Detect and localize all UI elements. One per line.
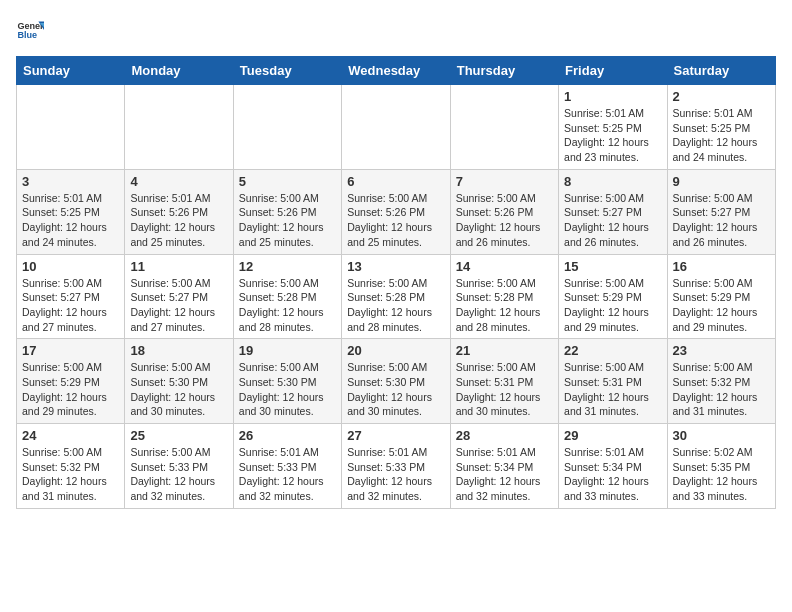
weekday-header-cell: Monday	[125, 57, 233, 85]
calendar-day-cell: 10Sunrise: 5:00 AM Sunset: 5:27 PM Dayli…	[17, 254, 125, 339]
calendar-day-cell: 24Sunrise: 5:00 AM Sunset: 5:32 PM Dayli…	[17, 424, 125, 509]
calendar-week-row: 3Sunrise: 5:01 AM Sunset: 5:25 PM Daylig…	[17, 169, 776, 254]
day-info: Sunrise: 5:00 AM Sunset: 5:26 PM Dayligh…	[347, 191, 444, 250]
calendar-day-cell: 18Sunrise: 5:00 AM Sunset: 5:30 PM Dayli…	[125, 339, 233, 424]
calendar-day-cell: 20Sunrise: 5:00 AM Sunset: 5:30 PM Dayli…	[342, 339, 450, 424]
day-info: Sunrise: 5:00 AM Sunset: 5:28 PM Dayligh…	[239, 276, 336, 335]
calendar-day-cell: 3Sunrise: 5:01 AM Sunset: 5:25 PM Daylig…	[17, 169, 125, 254]
calendar-week-row: 1Sunrise: 5:01 AM Sunset: 5:25 PM Daylig…	[17, 85, 776, 170]
day-info: Sunrise: 5:00 AM Sunset: 5:32 PM Dayligh…	[22, 445, 119, 504]
calendar-day-cell: 23Sunrise: 5:00 AM Sunset: 5:32 PM Dayli…	[667, 339, 775, 424]
calendar-day-cell	[17, 85, 125, 170]
day-info: Sunrise: 5:01 AM Sunset: 5:25 PM Dayligh…	[673, 106, 770, 165]
svg-text:Blue: Blue	[17, 30, 37, 40]
calendar-day-cell: 22Sunrise: 5:00 AM Sunset: 5:31 PM Dayli…	[559, 339, 667, 424]
day-info: Sunrise: 5:00 AM Sunset: 5:29 PM Dayligh…	[22, 360, 119, 419]
calendar-day-cell	[233, 85, 341, 170]
day-info: Sunrise: 5:00 AM Sunset: 5:27 PM Dayligh…	[22, 276, 119, 335]
calendar-day-cell: 2Sunrise: 5:01 AM Sunset: 5:25 PM Daylig…	[667, 85, 775, 170]
calendar-day-cell: 19Sunrise: 5:00 AM Sunset: 5:30 PM Dayli…	[233, 339, 341, 424]
weekday-header-cell: Thursday	[450, 57, 558, 85]
day-info: Sunrise: 5:00 AM Sunset: 5:30 PM Dayligh…	[239, 360, 336, 419]
day-info: Sunrise: 5:00 AM Sunset: 5:26 PM Dayligh…	[239, 191, 336, 250]
day-number: 13	[347, 259, 444, 274]
day-number: 5	[239, 174, 336, 189]
day-number: 8	[564, 174, 661, 189]
day-number: 16	[673, 259, 770, 274]
day-number: 21	[456, 343, 553, 358]
calendar-day-cell: 4Sunrise: 5:01 AM Sunset: 5:26 PM Daylig…	[125, 169, 233, 254]
day-info: Sunrise: 5:00 AM Sunset: 5:30 PM Dayligh…	[130, 360, 227, 419]
day-info: Sunrise: 5:00 AM Sunset: 5:32 PM Dayligh…	[673, 360, 770, 419]
day-info: Sunrise: 5:01 AM Sunset: 5:26 PM Dayligh…	[130, 191, 227, 250]
calendar-week-row: 10Sunrise: 5:00 AM Sunset: 5:27 PM Dayli…	[17, 254, 776, 339]
day-number: 2	[673, 89, 770, 104]
day-number: 26	[239, 428, 336, 443]
day-number: 24	[22, 428, 119, 443]
day-info: Sunrise: 5:01 AM Sunset: 5:34 PM Dayligh…	[564, 445, 661, 504]
day-info: Sunrise: 5:01 AM Sunset: 5:25 PM Dayligh…	[22, 191, 119, 250]
day-number: 15	[564, 259, 661, 274]
day-number: 30	[673, 428, 770, 443]
day-number: 14	[456, 259, 553, 274]
logo: General Blue	[16, 16, 48, 44]
weekday-header-cell: Wednesday	[342, 57, 450, 85]
calendar-day-cell: 7Sunrise: 5:00 AM Sunset: 5:26 PM Daylig…	[450, 169, 558, 254]
day-number: 22	[564, 343, 661, 358]
weekday-header-cell: Sunday	[17, 57, 125, 85]
day-number: 11	[130, 259, 227, 274]
day-number: 1	[564, 89, 661, 104]
weekday-header-cell: Tuesday	[233, 57, 341, 85]
calendar-day-cell: 8Sunrise: 5:00 AM Sunset: 5:27 PM Daylig…	[559, 169, 667, 254]
weekday-header-cell: Saturday	[667, 57, 775, 85]
calendar-week-row: 17Sunrise: 5:00 AM Sunset: 5:29 PM Dayli…	[17, 339, 776, 424]
day-number: 12	[239, 259, 336, 274]
calendar-day-cell: 1Sunrise: 5:01 AM Sunset: 5:25 PM Daylig…	[559, 85, 667, 170]
calendar-day-cell: 29Sunrise: 5:01 AM Sunset: 5:34 PM Dayli…	[559, 424, 667, 509]
calendar-day-cell: 13Sunrise: 5:00 AM Sunset: 5:28 PM Dayli…	[342, 254, 450, 339]
calendar-day-cell: 28Sunrise: 5:01 AM Sunset: 5:34 PM Dayli…	[450, 424, 558, 509]
calendar-week-row: 24Sunrise: 5:00 AM Sunset: 5:32 PM Dayli…	[17, 424, 776, 509]
calendar-day-cell: 9Sunrise: 5:00 AM Sunset: 5:27 PM Daylig…	[667, 169, 775, 254]
day-info: Sunrise: 5:00 AM Sunset: 5:28 PM Dayligh…	[456, 276, 553, 335]
calendar-day-cell: 15Sunrise: 5:00 AM Sunset: 5:29 PM Dayli…	[559, 254, 667, 339]
calendar-body: 1Sunrise: 5:01 AM Sunset: 5:25 PM Daylig…	[17, 85, 776, 509]
calendar-day-cell: 6Sunrise: 5:00 AM Sunset: 5:26 PM Daylig…	[342, 169, 450, 254]
calendar-day-cell: 27Sunrise: 5:01 AM Sunset: 5:33 PM Dayli…	[342, 424, 450, 509]
day-info: Sunrise: 5:00 AM Sunset: 5:29 PM Dayligh…	[564, 276, 661, 335]
day-number: 7	[456, 174, 553, 189]
calendar-day-cell: 26Sunrise: 5:01 AM Sunset: 5:33 PM Dayli…	[233, 424, 341, 509]
calendar-day-cell: 11Sunrise: 5:00 AM Sunset: 5:27 PM Dayli…	[125, 254, 233, 339]
day-number: 6	[347, 174, 444, 189]
calendar-day-cell: 5Sunrise: 5:00 AM Sunset: 5:26 PM Daylig…	[233, 169, 341, 254]
day-info: Sunrise: 5:00 AM Sunset: 5:26 PM Dayligh…	[456, 191, 553, 250]
weekday-header-cell: Friday	[559, 57, 667, 85]
calendar-day-cell: 17Sunrise: 5:00 AM Sunset: 5:29 PM Dayli…	[17, 339, 125, 424]
logo-icon: General Blue	[16, 16, 44, 44]
day-number: 4	[130, 174, 227, 189]
calendar-day-cell: 25Sunrise: 5:00 AM Sunset: 5:33 PM Dayli…	[125, 424, 233, 509]
day-info: Sunrise: 5:00 AM Sunset: 5:27 PM Dayligh…	[130, 276, 227, 335]
day-info: Sunrise: 5:02 AM Sunset: 5:35 PM Dayligh…	[673, 445, 770, 504]
calendar-day-cell: 30Sunrise: 5:02 AM Sunset: 5:35 PM Dayli…	[667, 424, 775, 509]
day-number: 23	[673, 343, 770, 358]
day-number: 20	[347, 343, 444, 358]
day-info: Sunrise: 5:01 AM Sunset: 5:25 PM Dayligh…	[564, 106, 661, 165]
calendar-day-cell	[342, 85, 450, 170]
page-header: General Blue	[16, 16, 776, 44]
calendar-day-cell: 12Sunrise: 5:00 AM Sunset: 5:28 PM Dayli…	[233, 254, 341, 339]
day-info: Sunrise: 5:01 AM Sunset: 5:33 PM Dayligh…	[239, 445, 336, 504]
day-number: 10	[22, 259, 119, 274]
weekday-header-row: SundayMondayTuesdayWednesdayThursdayFrid…	[17, 57, 776, 85]
day-info: Sunrise: 5:00 AM Sunset: 5:27 PM Dayligh…	[673, 191, 770, 250]
day-info: Sunrise: 5:00 AM Sunset: 5:28 PM Dayligh…	[347, 276, 444, 335]
calendar-day-cell	[450, 85, 558, 170]
calendar-day-cell	[125, 85, 233, 170]
day-number: 9	[673, 174, 770, 189]
day-info: Sunrise: 5:00 AM Sunset: 5:33 PM Dayligh…	[130, 445, 227, 504]
day-number: 18	[130, 343, 227, 358]
day-info: Sunrise: 5:00 AM Sunset: 5:27 PM Dayligh…	[564, 191, 661, 250]
day-number: 25	[130, 428, 227, 443]
day-info: Sunrise: 5:00 AM Sunset: 5:30 PM Dayligh…	[347, 360, 444, 419]
calendar-table: SundayMondayTuesdayWednesdayThursdayFrid…	[16, 56, 776, 509]
